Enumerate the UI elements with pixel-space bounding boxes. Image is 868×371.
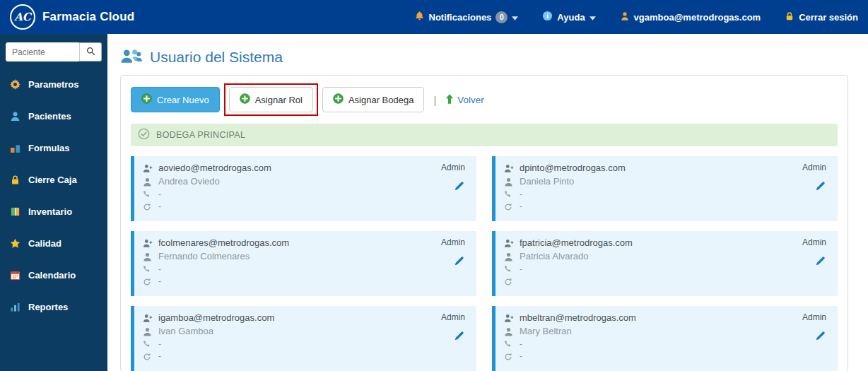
sidebar-item-formulas[interactable]: Formulas	[0, 132, 107, 164]
user-card: dpinto@metrodrogas.com Daniela Pinto - -…	[492, 156, 838, 221]
notifications-menu[interactable]: Notificaciones 0	[414, 11, 519, 23]
phone-icon	[504, 340, 515, 348]
sidebar-item-cierre-caja[interactable]: Cierre Caja	[0, 164, 107, 196]
refresh-icon	[143, 278, 153, 286]
user-email: fcolmenares@metrodrogas.com	[158, 237, 289, 250]
user-card: mbeltran@metrodrogas.com Mary Beltran - …	[492, 306, 838, 371]
lock-icon	[10, 175, 22, 185]
help-menu[interactable]: i Ayuda	[542, 11, 595, 23]
user-card-details: igamboa@metrodrogas.com Ivan Gamboa - -	[143, 312, 468, 363]
user-add-icon	[504, 314, 515, 323]
user-add-icon	[504, 239, 515, 248]
user-cards-grid: aoviedo@metrodrogas.com Andrea Oviedo - …	[131, 156, 838, 371]
user-email: dpinto@metrodrogas.com	[520, 162, 626, 175]
report-icon	[10, 302, 22, 312]
user-card-side: Admin	[802, 163, 826, 195]
patient-search-input[interactable]	[6, 42, 79, 61]
user-phone: -	[520, 338, 522, 351]
back-label: Volver	[457, 95, 484, 105]
check-circle-icon	[138, 128, 150, 142]
phone-icon	[143, 190, 153, 199]
person-icon	[504, 177, 515, 187]
app-logo[interactable]: AC	[10, 4, 35, 30]
users-group-icon	[120, 48, 142, 66]
user-add-icon	[143, 164, 153, 173]
refresh-icon	[143, 203, 153, 211]
topbar: AC Farmacia Cloud Notificaciones 0 i Ayu…	[0, 0, 868, 34]
user-name: Ivan Gamboa	[158, 325, 213, 338]
person-icon	[143, 327, 153, 336]
user-role-badge: Admin	[441, 237, 465, 247]
user-email-label: vgamboa@metrodrogas.com	[634, 12, 761, 23]
user-add-icon	[504, 164, 515, 173]
edit-pencil-icon[interactable]	[814, 180, 826, 195]
bell-icon	[414, 11, 425, 23]
sidebar-item-label: Calidad	[28, 238, 61, 249]
help-label: Ayuda	[557, 12, 585, 23]
logo-text: AC	[14, 11, 31, 23]
user-card: aoviedo@metrodrogas.com Andrea Oviedo - …	[131, 156, 476, 221]
toolbar: Crear Nuevo Asignar Rol Asignar Bodega |…	[131, 87, 838, 112]
sidebar: Parametros Pacientes Formulas Cierre Caj…	[0, 34, 107, 371]
user-card-details: dpinto@metrodrogas.com Daniela Pinto - -	[504, 162, 829, 213]
user-name: Andrea Oviedo	[158, 175, 220, 189]
person-icon	[504, 252, 515, 261]
assign-role-label: Asignar Rol	[255, 95, 303, 105]
edit-pencil-icon[interactable]	[814, 255, 826, 270]
logout-label: Cerrar sesión	[799, 12, 858, 23]
refresh-icon	[504, 203, 515, 211]
sidebar-item-reportes[interactable]: Reportes	[0, 291, 107, 323]
sidebar-item-label: Inventario	[28, 206, 72, 217]
caret-down-icon	[512, 12, 518, 23]
user-card-details: fpatricia@metrodrogas.com Patricia Alvar…	[504, 237, 829, 288]
edit-pencil-icon[interactable]	[814, 330, 826, 345]
refresh-icon	[504, 353, 515, 361]
phone-icon	[504, 190, 515, 199]
edit-pencil-icon[interactable]	[453, 330, 465, 345]
user-card-details: mbeltran@metrodrogas.com Mary Beltran - …	[504, 312, 829, 363]
assign-warehouse-button[interactable]: Asignar Bodega	[322, 87, 425, 112]
edit-pencil-icon[interactable]	[453, 255, 465, 270]
user-card-details: aoviedo@metrodrogas.com Andrea Oviedo - …	[143, 162, 468, 213]
page-header: Usuario del Sistema	[107, 34, 868, 75]
info-icon: i	[542, 11, 553, 23]
assign-role-wrap: Asignar Rol	[229, 87, 313, 112]
warehouse-section-label: BODEGA PRINCIPAL	[156, 130, 245, 140]
user-card-side: Admin	[441, 312, 465, 345]
warehouse-section-header: BODEGA PRINCIPAL	[131, 124, 838, 146]
user-icon	[620, 11, 630, 23]
plus-circle-icon	[141, 93, 152, 106]
plus-circle-icon	[333, 93, 344, 106]
inventory-icon	[10, 206, 22, 217]
create-new-button[interactable]: Crear Nuevo	[131, 87, 220, 112]
person-icon	[504, 327, 515, 336]
search-button[interactable]	[79, 42, 102, 61]
phone-icon	[143, 265, 153, 273]
plus-circle-icon	[240, 93, 250, 106]
user-menu[interactable]: vgamboa@metrodrogas.com	[620, 11, 761, 23]
refresh-icon	[143, 353, 153, 361]
assign-warehouse-label: Asignar Bodega	[348, 95, 414, 105]
user-card-side: Admin	[802, 312, 826, 345]
user-email: fpatricia@metrodrogas.com	[520, 237, 633, 250]
refresh-icon	[504, 278, 515, 286]
user-sync: -	[158, 351, 161, 363]
sidebar-item-calidad[interactable]: Calidad	[0, 228, 107, 259]
lock-icon	[785, 11, 794, 23]
edit-pencil-icon[interactable]	[453, 180, 465, 195]
user-add-icon	[143, 239, 153, 248]
back-link[interactable]: Volver	[445, 94, 484, 106]
assign-role-button[interactable]: Asignar Rol	[229, 87, 313, 112]
formula-icon	[10, 143, 22, 153]
user-phone: -	[158, 338, 161, 351]
sidebar-item-pacientes[interactable]: Pacientes	[0, 100, 107, 132]
sidebar-item-label: Pacientes	[28, 111, 71, 122]
user-phone: -	[158, 264, 161, 276]
sidebar-item-calendario[interactable]: Calendario	[0, 259, 107, 291]
sidebar-item-parametros[interactable]: Parametros	[0, 69, 107, 100]
user-card: fpatricia@metrodrogas.com Patricia Alvar…	[492, 231, 838, 296]
user-role-badge: Admin	[802, 312, 826, 322]
logout-button[interactable]: Cerrar sesión	[785, 11, 858, 23]
sidebar-search	[6, 42, 102, 61]
sidebar-item-inventario[interactable]: Inventario	[0, 196, 107, 228]
